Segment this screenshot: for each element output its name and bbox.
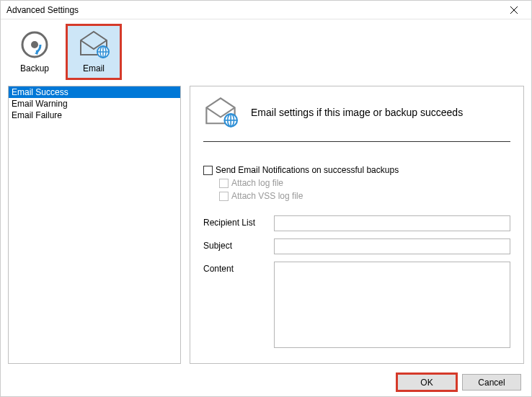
toolbar: Backup Email	[1, 19, 531, 83]
subject-label: Subject	[203, 238, 268, 251]
panel-header: Email settings if this image or backup s…	[203, 97, 510, 141]
send-notifications-checkbox[interactable]	[203, 166, 213, 175]
content-textarea[interactable]	[274, 262, 510, 348]
send-notifications-label: Send Email Notifications on successful b…	[216, 165, 399, 175]
email-tab[interactable]: Email	[66, 24, 122, 80]
sidebar-item-email-failure[interactable]: Email Failure	[9, 110, 180, 121]
sidebar-item-email-warning[interactable]: Email Warning	[9, 98, 180, 110]
divider	[203, 141, 510, 142]
send-notifications-row: Send Email Notifications on successful b…	[203, 165, 510, 175]
attach-log-checkbox[interactable]	[219, 179, 229, 188]
recipient-input[interactable]	[274, 215, 510, 231]
email-tab-label: Email	[83, 63, 105, 73]
envelope-globe-icon	[203, 97, 238, 128]
titlebar: Advanced Settings	[1, 1, 531, 19]
backup-tab-label: Backup	[20, 63, 49, 73]
content-label: Content	[203, 262, 268, 274]
close-button[interactable]	[501, 1, 527, 19]
ok-button[interactable]: OK	[397, 374, 456, 391]
svg-point-3	[31, 41, 38, 48]
main-area: Email Success Email Warning Email Failur…	[1, 83, 531, 370]
footer: OK Cancel	[1, 370, 531, 397]
attach-vss-log-checkbox[interactable]	[219, 192, 229, 201]
sidebar-item-email-success[interactable]: Email Success	[9, 86, 180, 98]
panel-title: Email settings if this image or backup s…	[251, 107, 463, 118]
window-title: Advanced Settings	[6, 5, 79, 15]
form-grid: Recipient List Subject Content	[203, 215, 510, 348]
content-panel: Email settings if this image or backup s…	[190, 86, 524, 364]
backup-tab[interactable]: Backup	[6, 24, 63, 80]
cancel-button[interactable]: Cancel	[462, 374, 521, 391]
subject-input[interactable]	[274, 238, 510, 254]
attach-log-row: Attach log file	[219, 178, 510, 188]
attach-vss-log-label: Attach VSS log file	[231, 191, 303, 201]
disk-icon	[20, 30, 49, 59]
envelope-globe-icon	[78, 30, 110, 59]
attach-vss-log-row: Attach VSS log file	[219, 191, 510, 201]
sidebar: Email Success Email Warning Email Failur…	[8, 86, 181, 364]
attach-log-label: Attach log file	[231, 178, 283, 188]
recipient-label: Recipient List	[203, 215, 268, 228]
close-icon	[510, 6, 518, 14]
